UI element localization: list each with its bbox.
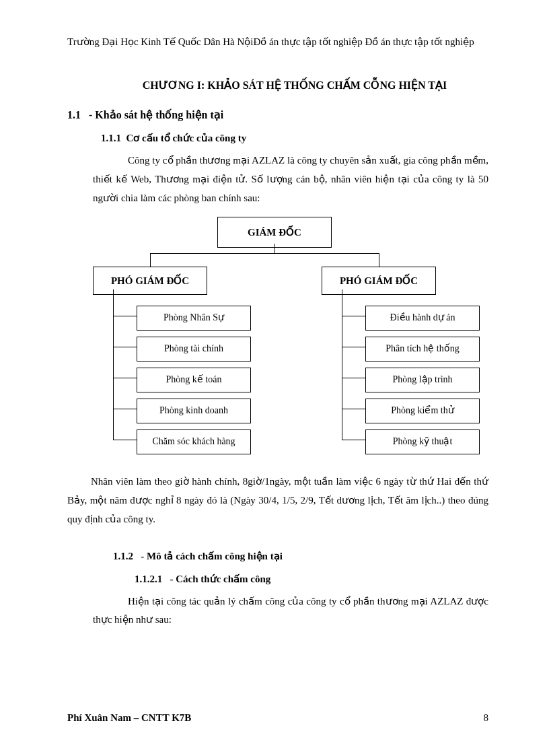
org-line [150,253,379,254]
org-vp-right-box: PHÓ GIÁM ĐỐC [322,267,436,295]
org-dept-box: Phòng tài chính [137,337,251,361]
org-dept-box: Phòng kinh doanh [137,399,251,423]
page-header: Trường Đại Học Kinh Tế Quốc Dân Hà NộiĐồ… [67,34,488,50]
page-number: 8 [484,710,489,726]
org-line [113,289,114,440]
org-line [342,440,365,440]
org-line [342,347,365,347]
chapter-title: CHƯƠNG I: KHẢO SÁT HỆ THỐNG CHẤM CỖNG HI… [101,77,488,94]
org-dept-box: Điều hành dự án [365,306,480,330]
subsection-number: 1.1.2 [113,551,133,561]
org-line [379,253,379,267]
org-line [342,289,342,440]
org-dept-box: Phòng lập trình [365,368,480,392]
paragraph-intro: Công ty cổ phần thương mại AZLAZ là công… [93,151,488,207]
org-line [113,409,137,409]
org-line [150,253,151,267]
subsection-number: 1.1.2.1 [135,574,162,584]
org-dept-box: Chăm sóc khách hàng [137,429,251,454]
org-line [342,409,365,409]
org-line [113,440,137,440]
org-line [113,316,137,316]
org-line [113,347,137,347]
subsection-1-1-2: 1.1.2 - Mô tả cách chấm công hiện tại [113,548,488,564]
org-dept-box: Phân tích hệ thống [365,337,480,361]
org-line [342,316,365,316]
subsection-1-1-1: 1.1.1 Cơ cấu tổ chức của công ty [101,130,488,146]
org-line [274,244,275,253]
org-line [342,378,365,378]
subsection-title: Cơ cấu tổ chức của công ty [126,133,247,143]
section-number: 1.1 [67,109,81,121]
subsection-title: - Mô tả cách chấm công hiện tại [141,551,283,561]
paragraph-after-chart: Nhân viên làm theo giờ hành chính, 8giờ/… [67,473,488,528]
page-footer: Phí Xuân Nam – CNTT K7B 8 [67,710,488,726]
org-dept-box: Phòng Nhân Sự [137,306,251,330]
org-dept-box: Phòng kỹ thuật [365,429,480,454]
section-title: - Khảo sát hệ thống hiện tại [89,109,223,121]
org-dept-box: Phòng kế toán [137,368,251,392]
subsection-1-1-2-1: 1.1.2.1 - Cách thức chấm công [135,571,488,587]
org-line [113,378,137,378]
subsection-title: - Cách thức chấm công [170,574,271,584]
section-1-1: 1.1 - Khảo sát hệ thống hiện tại [67,106,488,124]
footer-author: Phí Xuân Nam – CNTT K7B [67,710,191,726]
paragraph-1121: Hiện tại công tác quản lý chấm công của … [93,592,488,630]
org-dept-box: Phòng kiểm thử [365,399,480,423]
org-vp-left-box: PHÓ GIÁM ĐỐC [93,267,207,295]
org-chart: GIÁM ĐỐC PHÓ GIÁM ĐỐC PHÓ GIÁM ĐỐC Phòng… [93,217,488,466]
subsection-number: 1.1.1 [101,133,121,143]
